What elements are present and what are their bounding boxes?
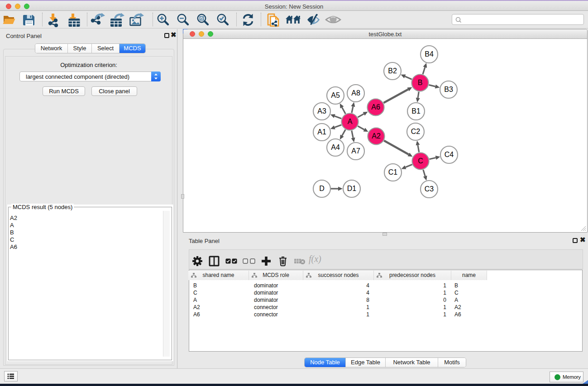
svg-text:B1: B1 bbox=[411, 107, 421, 115]
svg-text:D: D bbox=[319, 185, 325, 192]
svg-text:C2: C2 bbox=[411, 128, 421, 135]
svg-text:A4: A4 bbox=[331, 143, 340, 151]
svg-text:B2: B2 bbox=[388, 67, 397, 75]
svg-text:C4: C4 bbox=[445, 151, 454, 158]
svg-text:A3: A3 bbox=[317, 107, 326, 115]
svg-text:B3: B3 bbox=[444, 86, 453, 93]
svg-text:B4: B4 bbox=[425, 50, 434, 58]
svg-text:A7: A7 bbox=[351, 147, 360, 155]
svg-text:C1: C1 bbox=[388, 168, 398, 176]
svg-text:A1: A1 bbox=[317, 128, 326, 136]
svg-text:C: C bbox=[418, 157, 423, 165]
svg-text:C3: C3 bbox=[425, 185, 434, 193]
svg-text:B: B bbox=[418, 79, 423, 86]
svg-text:D1: D1 bbox=[347, 185, 357, 192]
svg-text:A6: A6 bbox=[371, 103, 380, 111]
svg-text:A5: A5 bbox=[331, 91, 340, 99]
svg-text:A: A bbox=[348, 118, 353, 125]
svg-text:A2: A2 bbox=[372, 132, 381, 140]
svg-text:A8: A8 bbox=[351, 89, 360, 97]
